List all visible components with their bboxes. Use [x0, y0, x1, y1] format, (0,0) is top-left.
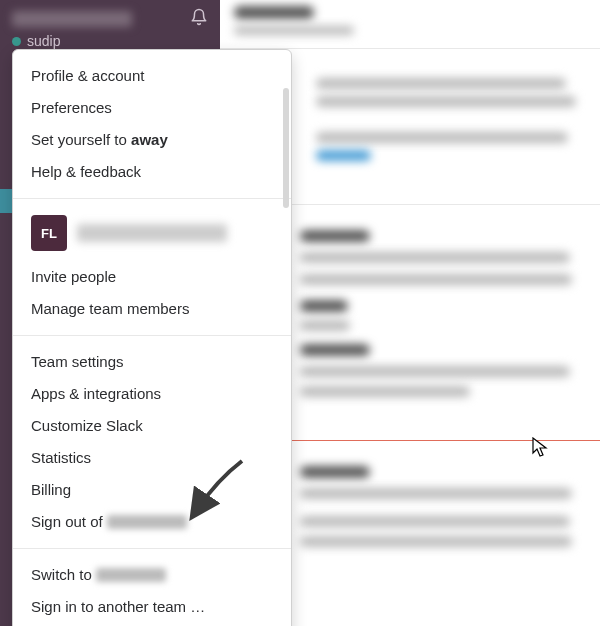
- chat-link-blur: [316, 150, 371, 161]
- chat-line: [316, 78, 566, 89]
- chat-line: [300, 516, 570, 527]
- menu-separator: [13, 198, 291, 199]
- chat-line: [316, 132, 568, 143]
- signout-team-blurred: [107, 515, 187, 529]
- menu-billing[interactable]: Billing: [13, 474, 291, 506]
- workspace-menu: Profile & account Preferences Set yourse…: [12, 49, 292, 626]
- menu-sign-out[interactable]: Sign out of: [13, 506, 291, 538]
- switch-team-blurred: [96, 568, 166, 582]
- chat-sender: [300, 230, 370, 242]
- menu-signout-prefix: Sign out of: [31, 513, 107, 530]
- chat-line: [300, 366, 570, 377]
- presence-dot-icon: [12, 37, 21, 46]
- workspace-name-blurred: [12, 11, 132, 27]
- chat-sender: [300, 466, 370, 478]
- menu-switch-team[interactable]: Switch to: [13, 559, 291, 591]
- menu-separator: [13, 335, 291, 336]
- bell-icon[interactable]: [190, 8, 208, 29]
- menu-profile-account[interactable]: Profile & account: [13, 60, 291, 92]
- menu-help-feedback[interactable]: Help & feedback: [13, 156, 291, 188]
- menu-preferences[interactable]: Preferences: [13, 92, 291, 124]
- menu-statistics[interactable]: Statistics: [13, 442, 291, 474]
- menu-away-word: away: [131, 131, 168, 148]
- chat-sender: [300, 300, 348, 312]
- menu-signin-another-team[interactable]: Sign in to another team …: [13, 591, 291, 623]
- chat-header-sub-blur: [234, 26, 354, 35]
- menu-away-prefix: Set yourself to: [31, 131, 131, 148]
- chat-line: [300, 274, 572, 285]
- chat-line: [300, 488, 572, 499]
- chat-line: [300, 320, 350, 331]
- workspace-badge: FL: [31, 215, 67, 251]
- sidebar-header[interactable]: [0, 0, 220, 31]
- chat-line: [300, 252, 570, 263]
- menu-switch-prefix: Switch to: [31, 566, 96, 583]
- menu-manage-team[interactable]: Manage team members: [13, 293, 291, 325]
- menu-customize-slack[interactable]: Customize Slack: [13, 410, 291, 442]
- menu-invite-people[interactable]: Invite people: [13, 261, 291, 293]
- menu-workspace-block[interactable]: FL: [13, 209, 291, 261]
- chat-line: [300, 386, 470, 397]
- app-root: sudip Profile & account Preferences: [0, 0, 600, 626]
- workspace-label-blurred: [77, 224, 227, 242]
- sidebar-username: sudip: [27, 33, 60, 49]
- chat-sender: [300, 344, 370, 356]
- chat-header-title-blur: [234, 6, 314, 19]
- chat-line: [316, 96, 576, 107]
- menu-set-away[interactable]: Set yourself to away: [13, 124, 291, 156]
- menu-separator: [13, 548, 291, 549]
- chat-line: [300, 536, 572, 547]
- menu-apps-integrations[interactable]: Apps & integrations: [13, 378, 291, 410]
- menu-team-settings[interactable]: Team settings: [13, 346, 291, 378]
- menu-scrollbar[interactable]: [283, 88, 289, 208]
